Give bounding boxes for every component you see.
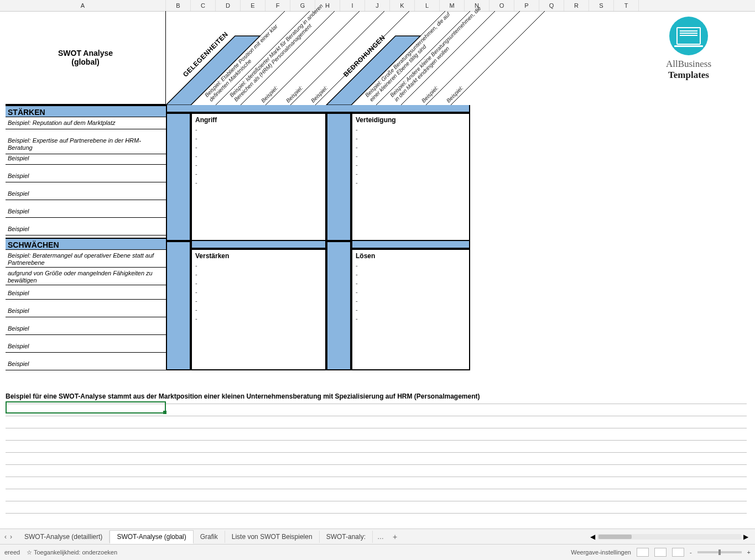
dash: - (356, 261, 466, 270)
title-line2: (global) (71, 57, 100, 66)
quad-angriff[interactable]: Angriff - - - - - - - (191, 113, 326, 241)
quad-angriff-head: Angriff (195, 116, 322, 124)
col-G[interactable]: G (290, 0, 315, 11)
view-normal-icon[interactable] (637, 548, 649, 557)
dash: - (356, 134, 466, 143)
status-accessibility[interactable]: ☆ Toegankelijkheid: onderzoeken (27, 549, 117, 556)
dash: - (195, 169, 322, 178)
schwaechen-row[interactable]: Beispiel (6, 358, 166, 370)
tab-nav-prev[interactable]: ‹ (4, 533, 7, 541)
col-O[interactable]: O (490, 0, 514, 11)
thr-side-bar (326, 113, 351, 241)
dash: - (195, 261, 322, 270)
diagonal-header-area: GELEGENHEITEN Beispiel: Etablierte Posit… (166, 11, 470, 106)
staerken-row[interactable]: Beispiel (6, 170, 166, 182)
col-L[interactable]: L (415, 0, 440, 11)
mid-band-1 (191, 241, 326, 249)
dash: - (356, 314, 466, 323)
tab-swot-analy[interactable]: SWOT-analy: (320, 531, 373, 543)
quad-verteidigung[interactable]: Verteidigung - - - - - - - (351, 113, 470, 241)
dash: - (356, 287, 466, 296)
spreadsheet-grid[interactable]: A B C D E F G H I J K L M N O P Q R S T … (0, 0, 755, 560)
col-J[interactable]: J (365, 0, 390, 11)
view-break-icon[interactable] (672, 548, 684, 557)
dash: - (356, 270, 466, 279)
tab-detail[interactable]: SWOT-Analyse (detailliert) (18, 531, 110, 543)
dash: - (356, 169, 466, 178)
col-D[interactable]: D (216, 0, 241, 11)
tab-nav-next[interactable]: › (10, 533, 12, 541)
quad-verstaerken-head: Verstärken (195, 252, 322, 260)
dash: - (195, 314, 322, 323)
dash: - (195, 270, 322, 279)
schwaechen-row[interactable]: aufgrund von Größe oder mangelnden Fähig… (6, 268, 166, 285)
schwaechen-row[interactable]: Beispiel: Beratermangel auf operativer E… (6, 250, 166, 268)
view-settings[interactable]: Weergave-instellingen (571, 549, 631, 556)
diag-band (166, 105, 470, 113)
col-S[interactable]: S (589, 0, 614, 11)
tab-more[interactable]: … (373, 533, 388, 541)
column-headers: A B C D E F G H I J K L M N O P Q R S T (0, 0, 755, 12)
col-I[interactable]: I (340, 0, 365, 11)
staerken-row[interactable]: Beispiel (6, 153, 166, 165)
dash: - (195, 134, 322, 143)
dash: - (356, 160, 466, 169)
tab-global[interactable]: SWOT-Analyse (global) (110, 530, 193, 544)
hscroll-track[interactable] (597, 534, 741, 540)
title-line1: SWOT Analyse (58, 49, 113, 57)
active-cell[interactable] (6, 401, 166, 414)
fill-handle[interactable] (163, 411, 166, 414)
dash: - (356, 279, 466, 287)
staerken-row[interactable]: Beispiel: Expertise auf Partnerebene in … (6, 135, 166, 154)
example-note: Beispiel für eine SWOT-Analyse stammt au… (6, 392, 669, 400)
staerken-row[interactable]: Beispiel (6, 223, 166, 235)
staerken-row[interactable]: Beispiel (6, 188, 166, 200)
zoom-in[interactable]: + (747, 549, 751, 556)
col-F[interactable]: F (265, 0, 290, 11)
tab-add[interactable]: + (388, 532, 402, 541)
staerken-row[interactable]: Beispiel: Reputation auf dem Marktplatz (6, 117, 166, 129)
hscroll-left-icon[interactable]: ◀ (590, 533, 595, 541)
schwaechen-row[interactable]: Beispiel (6, 305, 166, 317)
dash: - (195, 151, 322, 160)
dash: - (356, 305, 466, 314)
dash: - (356, 178, 466, 187)
col-B[interactable]: B (166, 0, 191, 11)
col-K[interactable]: K (390, 0, 415, 11)
dash: - (356, 143, 466, 151)
sheet-tab-bar: ‹ › SWOT-Analyse (detailliert) SWOT-Anal… (0, 528, 755, 545)
dash: - (356, 125, 466, 134)
zoom-out[interactable]: - (690, 549, 692, 556)
opp-side-bar-2 (166, 241, 191, 370)
dash: - (195, 178, 322, 187)
tab-beispiele[interactable]: Liste von SWOT Beispielen (225, 531, 320, 543)
col-T[interactable]: T (614, 0, 639, 11)
dash: - (356, 296, 466, 305)
col-R[interactable]: R (564, 0, 589, 11)
col-C[interactable]: C (191, 0, 216, 11)
schwaechen-row[interactable]: Beispiel (6, 341, 166, 353)
col-Q[interactable]: Q (539, 0, 564, 11)
schwaechen-row[interactable]: Beispiel (6, 287, 166, 300)
quad-loesen-head: Lösen (356, 252, 466, 260)
allbusiness-logo: AllBusinessTemplates (639, 17, 738, 81)
staerken-row[interactable]: Beispiel (6, 206, 166, 218)
dash: - (195, 143, 322, 151)
dash: - (195, 305, 322, 314)
view-layout-icon[interactable] (654, 548, 667, 557)
status-bar: ereed ☆ Toegankelijkheid: onderzoeken We… (0, 544, 755, 560)
hscroll-right-icon[interactable]: ▶ (743, 533, 748, 541)
staerken-head: STÄRKEN (6, 105, 166, 117)
zoom-slider[interactable] (697, 551, 742, 553)
col-P[interactable]: P (514, 0, 539, 11)
thr-side-bar-2 (326, 241, 351, 370)
col-E[interactable]: E (241, 0, 265, 11)
schwaechen-row[interactable]: Beispiel (6, 323, 166, 335)
tab-grafik[interactable]: Grafik (194, 531, 225, 543)
quad-loesen[interactable]: Lösen - - - - - - - (351, 249, 470, 370)
quad-verstaerken[interactable]: Verstärken - - - - - - - (191, 249, 326, 370)
swot-title-box: SWOT Analyse (global) (6, 11, 166, 105)
col-A[interactable]: A (0, 0, 166, 11)
quad-verteidigung-head: Verteidigung (356, 116, 466, 124)
hscroll-thumb[interactable] (598, 535, 632, 539)
